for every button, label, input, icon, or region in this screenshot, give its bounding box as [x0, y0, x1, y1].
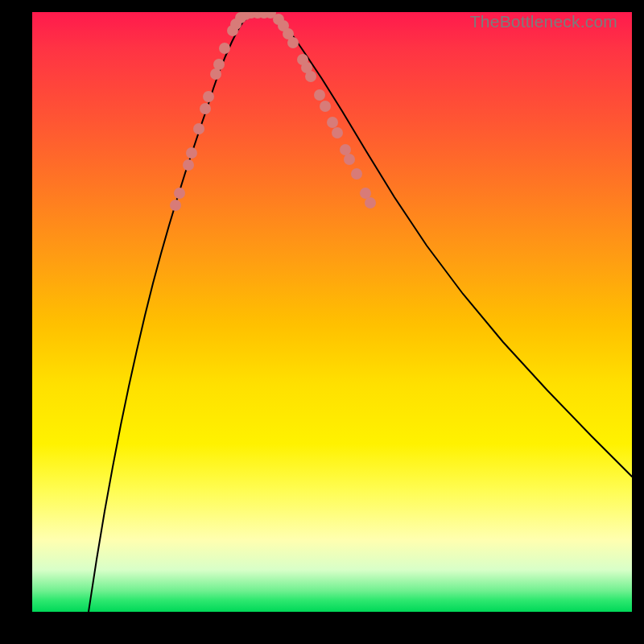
watermark-text: TheBottleneck.com — [470, 12, 617, 31]
dots-bottom-group — [227, 12, 276, 36]
data-dot — [174, 188, 185, 199]
data-dot — [351, 168, 362, 180]
data-dot — [203, 91, 214, 102]
data-dot — [340, 144, 351, 155]
dots-right-group — [273, 14, 376, 208]
data-dot — [360, 188, 371, 199]
data-dot — [200, 103, 211, 114]
data-dot — [365, 197, 376, 208]
curve-svg — [32, 12, 632, 612]
data-dot — [183, 159, 194, 171]
data-dot — [170, 200, 181, 211]
data-dot — [332, 127, 343, 138]
chart-frame: TheBottleneck.com — [0, 0, 644, 644]
data-dot — [210, 68, 221, 80]
data-dot — [314, 89, 325, 101]
data-dot — [344, 154, 355, 165]
plot-area: TheBottleneck.com — [32, 12, 632, 612]
data-dot — [287, 37, 299, 48]
data-dot — [320, 101, 331, 112]
dots-left-group — [170, 43, 230, 211]
data-dot — [219, 43, 230, 54]
bottleneck-curve — [89, 13, 632, 612]
data-dot — [193, 123, 204, 134]
data-dot — [186, 147, 197, 159]
data-dot — [305, 71, 316, 82]
data-dot — [213, 59, 225, 70]
data-dot — [327, 117, 338, 128]
